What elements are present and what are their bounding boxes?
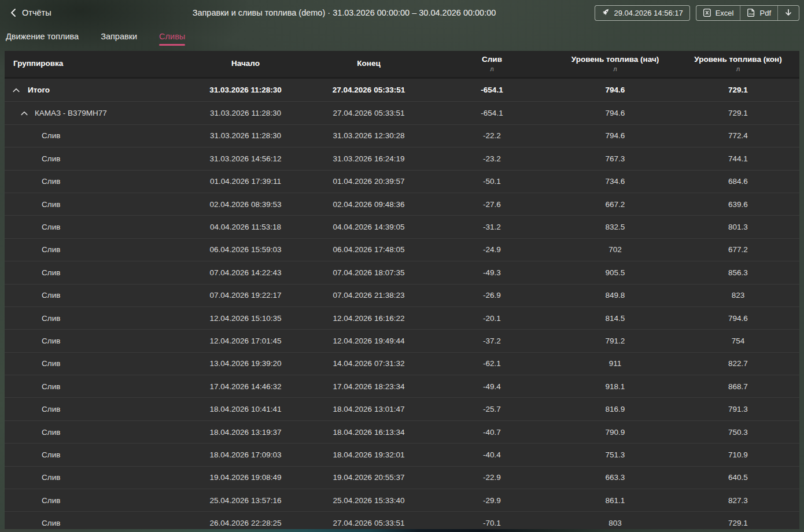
group-label: Слив bbox=[42, 245, 60, 254]
table-row[interactable]: Слив 02.04.2026 08:39:53 02.04.2026 09:4… bbox=[5, 193, 799, 215]
table-row[interactable]: Слив 04.04.2026 11:53:18 04.04.2026 14:3… bbox=[5, 215, 799, 238]
group-cell: Слив bbox=[5, 489, 184, 511]
group-cell: Слив bbox=[5, 421, 184, 443]
table-row[interactable]: Слив 01.04.2026 17:39:11 01.04.2026 20:3… bbox=[5, 170, 799, 193]
export-group: Excel PDF Pdf bbox=[696, 5, 799, 21]
fuel-start-cell: 734.6 bbox=[554, 177, 677, 186]
fuel-start-cell: 832.5 bbox=[554, 223, 677, 231]
fuel-start-cell: 790.9 bbox=[554, 428, 677, 437]
table-row[interactable]: Слив 25.04.2026 13:57:16 25.04.2026 15:3… bbox=[5, 489, 799, 511]
group-cell: Слив bbox=[5, 285, 184, 306]
drain-cell: -25.7 bbox=[430, 405, 554, 413]
drains-table: Группировка Начало Конец Слив л Уровень … bbox=[5, 51, 799, 529]
fuel-end-cell: 772.4 bbox=[677, 131, 799, 140]
end-cell: 07.04.2026 21:38:23 bbox=[307, 291, 430, 300]
table-row[interactable]: Слив 07.04.2026 14:22:43 07.04.2026 18:0… bbox=[5, 261, 799, 283]
end-cell: 27.04.2026 05:33:51 bbox=[307, 519, 430, 527]
end-cell: 04.04.2026 14:39:05 bbox=[307, 223, 430, 231]
export-excel-label: Excel bbox=[716, 9, 734, 17]
start-cell: 25.04.2026 13:57:16 bbox=[184, 496, 307, 505]
export-excel-button[interactable]: Excel bbox=[696, 6, 740, 20]
tab-fuel-flow[interactable]: Движение топлива bbox=[6, 27, 79, 47]
table-row[interactable]: Слив 19.04.2026 19:08:49 19.04.2026 20:5… bbox=[5, 466, 799, 489]
fuel-end-cell: 750.3 bbox=[677, 428, 799, 437]
excel-file-icon bbox=[703, 8, 711, 17]
back-button[interactable]: Отчёты bbox=[7, 6, 55, 20]
column-header-fuel-start: Уровень топлива (нач) л bbox=[554, 51, 677, 77]
group-label: Слив bbox=[42, 177, 60, 186]
column-header-start: Начало bbox=[184, 51, 307, 77]
table-row[interactable]: Итого 31.03.2026 11:28:30 27.04.2026 05:… bbox=[5, 79, 799, 101]
fuel-end-cell: 729.1 bbox=[677, 86, 799, 94]
group-cell: КАМАЗ - В379МН77 bbox=[5, 102, 184, 124]
table-row[interactable]: Слив 12.04.2026 15:10:35 12.04.2026 16:1… bbox=[5, 306, 799, 329]
group-cell: Слив bbox=[5, 444, 184, 466]
table-row[interactable]: Слив 26.04.2026 22:28:25 27.04.2026 05:3… bbox=[5, 511, 799, 529]
fuel-end-cell: 801.3 bbox=[677, 223, 799, 231]
download-button[interactable] bbox=[777, 6, 799, 20]
end-cell: 18.04.2026 19:32:01 bbox=[307, 450, 430, 459]
group-cell: Слив bbox=[5, 398, 184, 420]
collapse-chevron-icon[interactable] bbox=[21, 111, 28, 116]
fuel-start-cell: 767.3 bbox=[554, 154, 677, 163]
fuel-end-cell: 822.7 bbox=[677, 359, 799, 368]
fuel-start-cell: 794.6 bbox=[554, 109, 677, 117]
end-cell: 12.04.2026 19:49:44 bbox=[307, 337, 430, 345]
group-label: Слив bbox=[42, 337, 60, 345]
group-cell: Итого bbox=[5, 79, 184, 101]
table-row[interactable]: Слив 06.04.2026 15:59:03 06.04.2026 17:4… bbox=[5, 238, 799, 261]
start-cell: 31.03.2026 14:56:12 bbox=[184, 154, 307, 163]
table-row[interactable]: Слив 31.03.2026 11:28:30 31.03.2026 12:3… bbox=[5, 124, 799, 147]
fuel-end-cell: 710.9 bbox=[677, 450, 799, 459]
table-row[interactable]: Слив 18.04.2026 10:41:41 18.04.2026 13:0… bbox=[5, 397, 799, 420]
start-cell: 02.04.2026 08:39:53 bbox=[184, 200, 307, 209]
fuel-start-cell: 794.6 bbox=[554, 131, 677, 140]
table-row[interactable]: Слив 07.04.2026 19:22:17 07.04.2026 21:3… bbox=[5, 284, 799, 306]
group-cell: Слив bbox=[5, 239, 184, 261]
group-label: КАМАЗ - В379МН77 bbox=[35, 109, 107, 117]
end-cell: 12.04.2026 16:16:22 bbox=[307, 314, 430, 323]
drain-cell: -31.2 bbox=[430, 223, 554, 231]
fuel-end-cell: 729.1 bbox=[677, 109, 799, 117]
end-cell: 31.03.2026 16:24:19 bbox=[307, 154, 430, 163]
table-row[interactable]: Слив 12.04.2026 17:01:45 12.04.2026 19:4… bbox=[5, 329, 799, 352]
table-row[interactable]: Слив 13.04.2026 19:39:20 14.04.2026 07:3… bbox=[5, 352, 799, 375]
start-cell: 12.04.2026 17:01:45 bbox=[184, 337, 307, 345]
end-cell: 14.04.2026 07:31:32 bbox=[307, 359, 430, 368]
group-label: Слив bbox=[42, 291, 60, 300]
end-cell: 02.04.2026 09:48:36 bbox=[307, 200, 430, 209]
table-row[interactable]: Слив 31.03.2026 14:56:12 31.03.2026 16:2… bbox=[5, 147, 799, 169]
table-row[interactable]: Слив 18.04.2026 17:09:03 18.04.2026 19:3… bbox=[5, 443, 799, 466]
group-cell: Слив bbox=[5, 512, 184, 529]
end-cell: 25.04.2026 15:33:40 bbox=[307, 496, 430, 505]
drain-cell: -40.4 bbox=[430, 450, 554, 459]
fuel-start-cell: 816.9 bbox=[554, 405, 677, 413]
group-cell: Слив bbox=[5, 375, 184, 397]
group-label: Итого bbox=[28, 86, 50, 94]
group-cell: Слив bbox=[5, 467, 184, 489]
tab-drains[interactable]: Сливы bbox=[159, 27, 185, 47]
tab-fillings[interactable]: Заправки bbox=[101, 27, 137, 47]
fuel-start-cell: 663.3 bbox=[554, 473, 677, 482]
fuel-end-cell: 856.3 bbox=[677, 268, 799, 277]
drain-cell: -24.9 bbox=[430, 245, 554, 254]
export-pdf-button[interactable]: PDF Pdf bbox=[740, 6, 777, 20]
svg-text:PDF: PDF bbox=[749, 13, 754, 16]
start-cell: 18.04.2026 10:41:41 bbox=[184, 405, 307, 413]
group-cell: Слив bbox=[5, 216, 184, 238]
fuel-start-cell: 814.5 bbox=[554, 314, 677, 323]
collapse-chevron-icon[interactable] bbox=[13, 88, 20, 93]
table-row[interactable]: КАМАЗ - В379МН77 31.03.2026 11:28:30 27.… bbox=[5, 101, 799, 124]
group-label: Слив bbox=[42, 314, 60, 323]
table-row[interactable]: Слив 18.04.2026 13:19:37 18.04.2026 16:1… bbox=[5, 420, 799, 443]
report-title: Заправки и сливы топлива (demo) · 31.03.… bbox=[52, 8, 636, 17]
column-header-fuel-end: Уровень топлива (кон) л bbox=[677, 51, 799, 77]
fuel-end-cell: 827.3 bbox=[677, 496, 799, 505]
end-cell: 31.03.2026 12:30:28 bbox=[307, 131, 430, 140]
group-label: Слив bbox=[42, 382, 60, 391]
drain-cell: -62.1 bbox=[430, 359, 554, 368]
group-cell: Слив bbox=[5, 330, 184, 352]
drain-cell: -37.2 bbox=[430, 337, 554, 345]
table-row[interactable]: Слив 17.04.2026 14:46:32 17.04.2026 18:2… bbox=[5, 375, 799, 397]
group-label: Слив bbox=[42, 519, 60, 527]
